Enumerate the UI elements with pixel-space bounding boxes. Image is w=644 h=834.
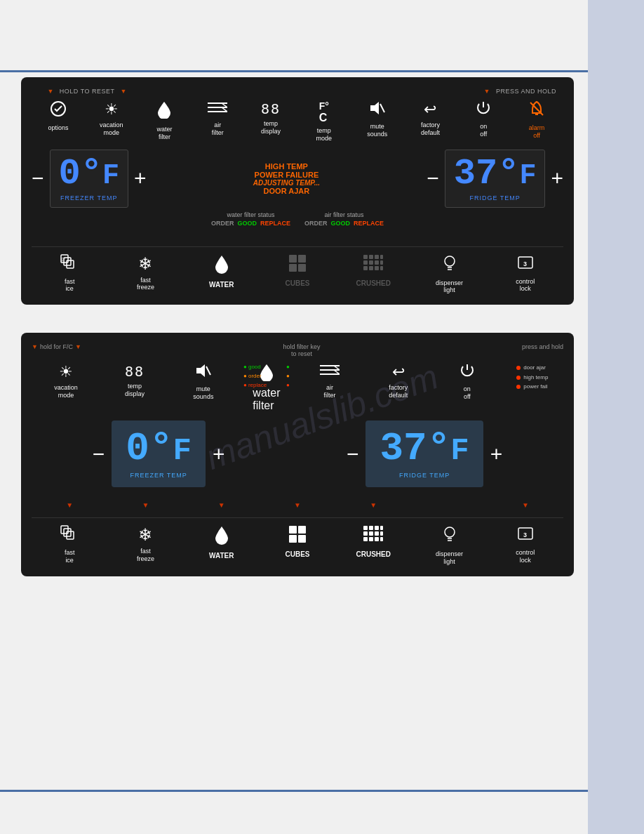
water-filter-button[interactable]: waterfilter: [145, 100, 184, 141]
freezer-minus-button[interactable]: −: [32, 166, 44, 190]
svg-marker-35: [196, 364, 205, 377]
fridge-plus-button[interactable]: +: [551, 166, 563, 190]
p2-air-filter-button[interactable]: airfilter: [310, 363, 349, 399]
p2-arrow-mid: ▼: [75, 343, 81, 350]
svg-rect-59: [375, 537, 379, 541]
svg-rect-23: [369, 260, 373, 265]
p2-crushed-label: CRUSHED: [356, 550, 391, 559]
p2-freezer-minus[interactable]: −: [93, 442, 105, 466]
crushed-label: CRUSHED: [356, 279, 391, 288]
p2-cubes-button[interactable]: CUBES: [278, 525, 316, 559]
air-filter-indicators: ORDER GOOD REPLACE: [304, 220, 384, 227]
cubes-button[interactable]: CUBES: [278, 254, 316, 288]
temp-display-button[interactable]: 88 tempdisplay: [252, 100, 290, 135]
p2-dispenser-light-button[interactable]: dispenserlight: [430, 525, 469, 566]
crushed-button[interactable]: CRUSHED: [354, 254, 393, 288]
freezer-temp-value: 0°F: [59, 156, 119, 192]
p2-mute-sounds-button[interactable]: mutesounds: [184, 363, 222, 401]
svg-text:3: 3: [523, 531, 527, 538]
svg-rect-56: [380, 531, 383, 536]
fast-ice-button[interactable]: ◸ fastice: [51, 254, 89, 293]
dispenser-light-button[interactable]: dispenserlight: [430, 254, 469, 295]
svg-rect-53: [363, 531, 368, 536]
freezer-plus-button[interactable]: +: [134, 166, 147, 190]
p2-factory-default-button[interactable]: ↩ factorydefault: [379, 363, 417, 399]
power-icon: [476, 100, 491, 120]
p2-header: ▼ hold for F/C ▼ hold filter key to rese…: [32, 343, 563, 357]
bulb-icon: [443, 254, 457, 277]
snowflake-icon: ❄: [138, 254, 152, 274]
svg-rect-55: [375, 531, 379, 536]
p2-fridge-controls: − 37°F FRIDGE TEMP +: [347, 421, 502, 487]
dot-replace-right: ●: [286, 381, 290, 390]
door-ajar-text: door ajar: [523, 363, 546, 373]
air-order: ORDER: [304, 220, 328, 227]
on-off-label: onoff: [480, 123, 487, 138]
p2-water-filter-button[interactable]: ● good ● order ● replace ● ● ●: [253, 363, 280, 412]
control-lock-label: controllock: [516, 278, 535, 293]
p2-barrow5: ▼: [354, 501, 393, 514]
p2-header-right: press and hold: [522, 343, 563, 350]
p2-on-off-button[interactable]: onoff: [448, 363, 486, 401]
p2-fridge-display: 37°F FRIDGE TEMP: [365, 421, 483, 487]
svg-rect-20: [375, 255, 379, 259]
mute-sounds-button[interactable]: mutesounds: [358, 100, 396, 138]
fast-ice-icon: ◸: [60, 254, 79, 275]
temp-display-icon: 88: [261, 100, 281, 117]
p1-top-buttons: options ☀ vacationmode waterfilter: [32, 100, 563, 143]
p2-dispenser-light-label: dispenserlight: [436, 550, 463, 566]
p2-barrow3: ▼: [202, 501, 241, 514]
p2-water-disp-button[interactable]: WATER: [202, 525, 241, 560]
on-off-button[interactable]: onoff: [464, 100, 503, 138]
p1-bottom-buttons: ◸ fastice ❄ fastfreeze WATER: [32, 251, 563, 295]
p2-factory-default-icon: ↩: [392, 363, 405, 381]
p2-fridge-plus[interactable]: +: [490, 442, 503, 466]
svg-rect-43: [64, 529, 71, 536]
svg-rect-54: [369, 531, 373, 536]
alarm-bell-icon: [529, 100, 544, 121]
p2-fast-ice-label: fastice: [65, 549, 75, 564]
svg-point-30: [445, 256, 455, 266]
fridge-temp-display: 37°F FRIDGE TEMP: [445, 150, 546, 208]
vacation-mode-button[interactable]: ☀ vacationmode: [92, 100, 130, 137]
p2-control-lock-button[interactable]: 3 controllock: [506, 525, 544, 564]
fridge-minus-button[interactable]: −: [427, 166, 439, 190]
p2-barrow4: ▼: [278, 501, 316, 514]
air-filter-icon: [208, 100, 227, 119]
alarm-off-button[interactable]: alarmoff: [518, 100, 556, 140]
temp-mode-label: tempmode: [316, 127, 333, 143]
p2-fridge-minus[interactable]: −: [347, 442, 359, 466]
water-filter-label: waterfilter: [156, 126, 172, 141]
p2-freezer-plus[interactable]: +: [213, 442, 225, 466]
air-filter-button[interactable]: airfilter: [199, 100, 237, 137]
p2-arrow-left: ▼: [32, 343, 38, 350]
temp-mode-button[interactable]: F°C tempmode: [304, 100, 343, 143]
main-content: ▼ ▼ HOLD TO RESET ▼ ▼ PRESS AND HOLD: [21, 77, 574, 604]
water-button[interactable]: WATER: [202, 254, 241, 289]
p2-fast-freeze-button[interactable]: ❄ fastfreeze: [126, 525, 165, 563]
p2-bottom-arrows: ▼ ▼ ▼ ▼ ▼ ▼ ▼: [32, 501, 563, 514]
svg-rect-45: [289, 526, 297, 534]
water-filter-status-label: water filter status: [211, 211, 290, 218]
control-lock-button[interactable]: 3 controllock: [506, 254, 544, 293]
p2-crushed-button[interactable]: CRUSHED: [354, 525, 393, 559]
power-fail-dot: [516, 385, 521, 389]
p2-fast-ice-button[interactable]: fastice: [51, 525, 89, 564]
fast-freeze-label: fastfreeze: [137, 277, 154, 292]
factory-default-button[interactable]: ↩ factorydefault: [411, 100, 450, 137]
cubes-icon: [288, 254, 307, 277]
air-filter-status-label: air filter status: [304, 211, 384, 218]
options-button[interactable]: options: [39, 100, 77, 132]
water-filter-status: water filter status ORDER GOOD REPLACE: [211, 211, 290, 227]
fast-freeze-button[interactable]: ❄ fastfreeze: [126, 254, 165, 292]
p1-filter-status: water filter status ORDER GOOD REPLACE a…: [32, 211, 563, 227]
p2-temp-display-label: tempdisplay: [125, 383, 145, 398]
water-filter-indicators: ORDER GOOD REPLACE: [211, 220, 290, 227]
temp-display-label: tempdisplay: [261, 120, 281, 135]
p2-temp-display-button[interactable]: 88 tempdisplay: [115, 363, 154, 398]
fridge-temp-value: 37°F: [454, 156, 537, 192]
p1-bottom-arrows: ▼ ▼ ▼ ▼ ▼ ▼ ▼: [32, 230, 563, 243]
water-good: GOOD: [237, 220, 257, 227]
p2-vacation-mode-button[interactable]: ☀ vacationmode: [46, 363, 85, 399]
p2-temp-display-icon: 88: [125, 363, 145, 380]
